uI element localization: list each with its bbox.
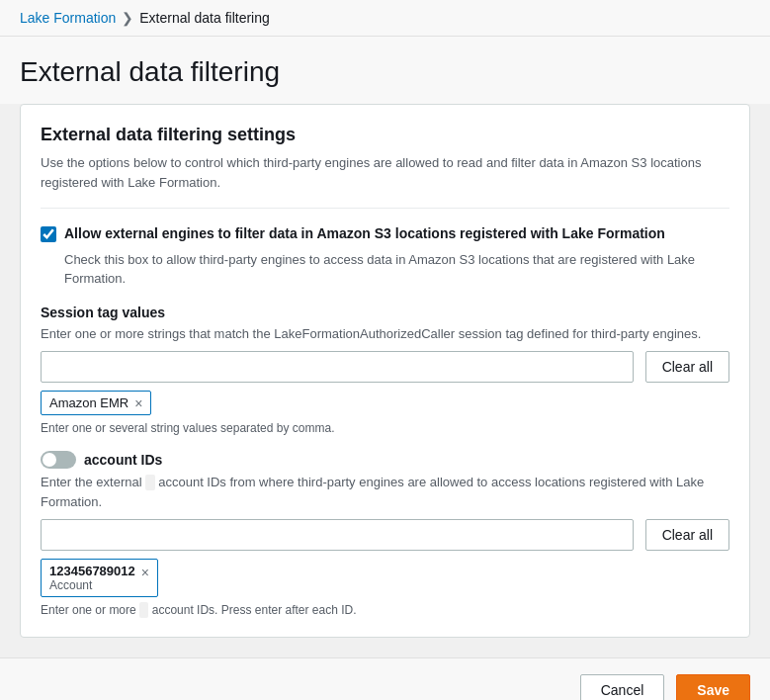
allow-engines-label[interactable]: Allow external engines to filter data in… — [64, 224, 665, 244]
breadcrumb-parent-link[interactable]: Lake Formation — [20, 10, 116, 26]
account-tag-row: 123456789012 Account × — [49, 564, 149, 592]
breadcrumb-separator: ❯ — [122, 10, 133, 26]
account-ids-desc-prefix: Enter the external — [41, 475, 142, 489]
session-tag-amazon-emr: Amazon EMR × — [41, 391, 151, 415]
account-ids-helper-rest: account IDs. Press enter after each ID. — [152, 603, 357, 617]
page-title: External data filtering — [20, 56, 750, 88]
breadcrumb-current: External data filtering — [139, 10, 270, 26]
main-content: External data filtering settings Use the… — [0, 104, 770, 657]
card-title: External data filtering settings — [41, 125, 729, 145]
session-tag-input[interactable] — [41, 351, 634, 383]
account-ids-helper-prefix: Enter one or more — [41, 603, 136, 617]
account-id-value: 123456789012 — [49, 564, 135, 578]
page-header: External data filtering — [0, 37, 770, 104]
session-tag-container: Amazon EMR × — [41, 391, 729, 415]
toggle-slider — [41, 451, 76, 469]
session-tag-helper: Enter one or several string values separ… — [41, 421, 729, 435]
account-tag-content: 123456789012 Account — [49, 564, 135, 592]
footer: Cancel Save — [0, 657, 770, 700]
account-ids-input[interactable] — [41, 519, 634, 551]
save-button[interactable]: Save — [676, 674, 750, 700]
account-ids-toggle[interactable] — [41, 451, 76, 469]
allow-engines-checkbox-row: Allow external engines to filter data in… — [41, 224, 729, 244]
session-tag-clear-all-button[interactable]: Clear all — [645, 351, 729, 383]
account-ids-highlight — [145, 475, 154, 490]
close-icon: × — [141, 565, 149, 580]
allow-engines-checkbox[interactable] — [41, 226, 56, 242]
session-tag-label: Session tag values — [41, 305, 729, 320]
breadcrumb-bar: Lake Formation ❯ External data filtering — [0, 0, 770, 37]
account-tag-remove-button[interactable]: × — [141, 565, 149, 580]
session-tag-input-row: Clear all — [41, 351, 729, 383]
account-ids-section-label: account IDs — [84, 452, 162, 468]
settings-card: External data filtering settings Use the… — [20, 104, 750, 638]
allow-engines-sublabel: Check this box to allow third-party engi… — [64, 250, 729, 289]
cancel-button[interactable]: Cancel — [580, 674, 665, 700]
divider-1 — [41, 208, 729, 209]
account-ids-input-row: Clear all — [41, 519, 729, 551]
account-id-type: Account — [49, 578, 135, 592]
account-ids-helper: Enter one or more account IDs. Press ent… — [41, 603, 729, 617]
account-ids-helper-highlight — [139, 602, 148, 618]
account-ids-label-row: account IDs — [41, 451, 729, 469]
session-tag-description: Enter one or more strings that match the… — [41, 324, 729, 344]
account-ids-description: Enter the external account IDs from wher… — [41, 473, 729, 511]
close-icon: × — [134, 396, 142, 410]
session-tag-remove-button[interactable]: × — [134, 396, 142, 410]
account-tag-item: 123456789012 Account × — [41, 559, 158, 597]
account-ids-clear-all-button[interactable]: Clear all — [645, 519, 729, 551]
session-tag-label-text: Amazon EMR — [49, 395, 128, 410]
account-ids-tag-container: 123456789012 Account × — [41, 559, 729, 597]
card-description: Use the options below to control which t… — [41, 153, 729, 192]
